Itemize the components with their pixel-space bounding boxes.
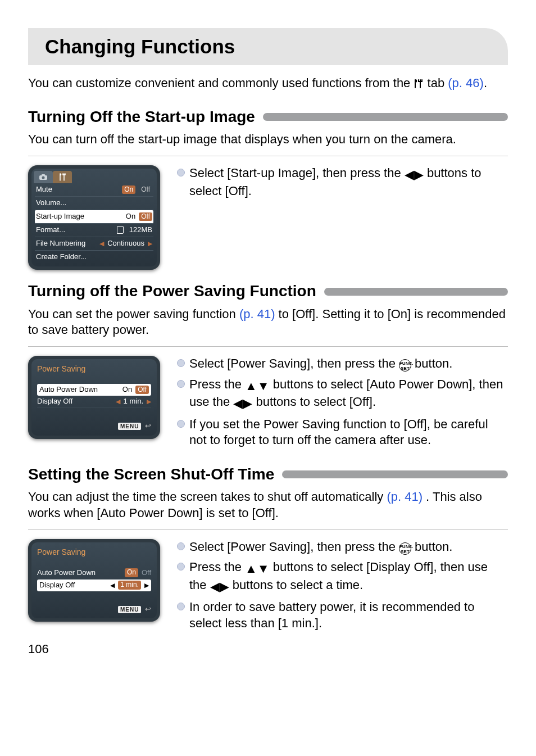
bullet: If you set the Power Saving function to …	[177, 417, 508, 449]
bullet-dot-icon	[177, 169, 185, 176]
section-power-saving: Turning off the Power Saving Function Yo…	[28, 281, 508, 453]
chevron-left-icon: ◀	[110, 581, 115, 589]
text: Select [Power Saving], then press the	[189, 356, 399, 370]
bullet: Select [Power Saving], then press the FU…	[177, 539, 508, 555]
svg-point-2	[42, 176, 45, 179]
intro-ref: (p. 46)	[448, 76, 484, 90]
left-right-arrows-icon: ◀▶	[405, 167, 424, 183]
text: Press the	[189, 377, 245, 391]
section-content: Power Saving Auto Power Down On Off Disp…	[28, 539, 508, 636]
menu-row-mute[interactable]: Mute On Off	[35, 183, 153, 197]
page-ref: (p. 41)	[239, 307, 275, 321]
menu-row-create-folder[interactable]: Create Folder...	[35, 251, 153, 264]
opt-on: On	[122, 185, 135, 194]
label: Format...	[36, 225, 65, 235]
tab-camera[interactable]	[34, 171, 53, 183]
row-display-off[interactable]: Display Off ◀ 1 min. ▶	[37, 396, 151, 408]
section-title-row: Turning off the Power Saving Function	[28, 281, 508, 301]
section-title-row: Turning Off the Start-up Image	[28, 107, 508, 127]
left-right-arrows-icon: ◀▶	[233, 396, 252, 412]
row-display-off[interactable]: Display Off ◀ 1 min. ▶	[37, 580, 151, 591]
opt-on-selected: On	[125, 568, 138, 577]
section-content: Mute On Off Volume... Start-up Image	[28, 165, 508, 270]
label: Display Off	[37, 397, 112, 406]
bullet: In order to save battery power, it is re…	[177, 599, 508, 631]
value: 122MB	[129, 225, 152, 235]
section-title-bar	[324, 288, 508, 296]
menu-button-label[interactable]: MENU	[118, 423, 141, 430]
footer: MENU ↩	[31, 597, 157, 619]
bullet-dot-icon	[177, 603, 185, 610]
label: Mute	[36, 185, 52, 194]
menu-row-volume[interactable]: Volume...	[35, 197, 153, 210]
section-title-bar	[263, 113, 508, 121]
label: Display Off	[39, 581, 107, 590]
menu-button-label[interactable]: MENU	[118, 606, 141, 613]
divider	[28, 346, 508, 347]
screen-title: Power Saving	[31, 359, 157, 384]
bullet: Press the ▲▼ buttons to select [Display …	[177, 559, 508, 595]
menu-row-startup-image[interactable]: Start-up Image On Off	[35, 210, 153, 224]
label: Volume...	[36, 198, 66, 208]
opt-off: Off	[142, 568, 151, 578]
opt-off-selected: Off	[139, 212, 152, 221]
text: If you set the Power Saving function to …	[189, 417, 508, 449]
label: Auto Power Down	[39, 385, 119, 395]
sd-card-icon	[117, 226, 124, 234]
label: File Numbering	[36, 239, 85, 248]
intro-text: You can customize convenient and commonl…	[28, 75, 508, 92]
row-auto-power-down[interactable]: Auto Power Down On Off	[37, 567, 151, 580]
text: In order to save battery power, it is re…	[189, 599, 508, 631]
bullet-dot-icon	[177, 359, 185, 367]
opt-on: On	[126, 212, 135, 221]
page-title: Changing Functions	[45, 34, 497, 60]
camera-icon	[39, 174, 48, 180]
menu-row-file-numbering[interactable]: File Numbering ◀Continuous▶	[35, 237, 153, 251]
section-content: Power Saving Auto Power Down On Off Disp…	[28, 356, 508, 453]
screenshot-settings-menu: Mute On Off Volume... Start-up Image	[28, 165, 160, 270]
tools-icon	[58, 173, 66, 181]
intro-post: tab	[428, 76, 448, 90]
label: Create Folder...	[36, 252, 87, 262]
row-auto-power-down[interactable]: Auto Power Down On Off	[37, 384, 151, 396]
section-screen-shutoff: Setting the Screen Shut-Off Time You can…	[28, 464, 508, 636]
text: You can adjust the time the screen takes…	[28, 490, 387, 504]
text: You can set the power saving function	[28, 307, 239, 321]
screenshot-power-saving-apd: Power Saving Auto Power Down On Off Disp…	[28, 356, 160, 439]
screen-title: Power Saving	[31, 542, 157, 567]
tools-icon	[414, 79, 424, 89]
value: 1 min.	[124, 397, 143, 406]
text: buttons to select a time.	[233, 578, 363, 592]
chevron-right-icon: ▶	[147, 397, 151, 405]
value-selected: 1 min.	[118, 581, 141, 590]
section-body: You can adjust the time the screen takes…	[28, 489, 508, 521]
text: button.	[415, 356, 452, 370]
text: button.	[415, 540, 452, 554]
text: buttons to select [Off].	[256, 395, 376, 409]
footer: MENU ↩	[31, 414, 157, 436]
intro-period: .	[484, 76, 487, 90]
tabs	[31, 169, 157, 183]
bullet-dot-icon	[177, 563, 185, 571]
left-right-arrows-icon: ◀▶	[210, 579, 229, 595]
divider	[28, 156, 508, 156]
tab-tools[interactable]	[53, 171, 72, 183]
bullet-dot-icon	[177, 380, 185, 388]
divider	[28, 529, 508, 530]
section-title-row: Setting the Screen Shut-Off Time	[28, 464, 508, 485]
bullet: Press the ▲▼ buttons to select [Auto Pow…	[177, 377, 508, 412]
up-down-arrows-icon: ▲▼	[245, 378, 270, 395]
screenshot-power-saving-display: Power Saving Auto Power Down On Off Disp…	[28, 539, 160, 622]
section-body: You can turn off the start-up image that…	[28, 132, 508, 148]
back-icon: ↩	[145, 422, 151, 430]
opt-on: On	[122, 385, 132, 395]
menu-row-format[interactable]: Format... 122MB	[35, 224, 153, 237]
bullet-dot-icon	[177, 542, 185, 550]
func-set-button-icon: FUNC.SET	[399, 359, 411, 372]
bullet: Select [Start-up Image], then press the …	[177, 165, 508, 199]
chevron-right-icon: ▶	[148, 239, 152, 247]
text: Select [Power Saving], then press the	[189, 540, 399, 554]
section-body: You can set the power saving function (p…	[28, 306, 508, 338]
func-set-button-icon: FUNC.SET	[399, 542, 411, 555]
label: Auto Power Down	[37, 568, 121, 578]
